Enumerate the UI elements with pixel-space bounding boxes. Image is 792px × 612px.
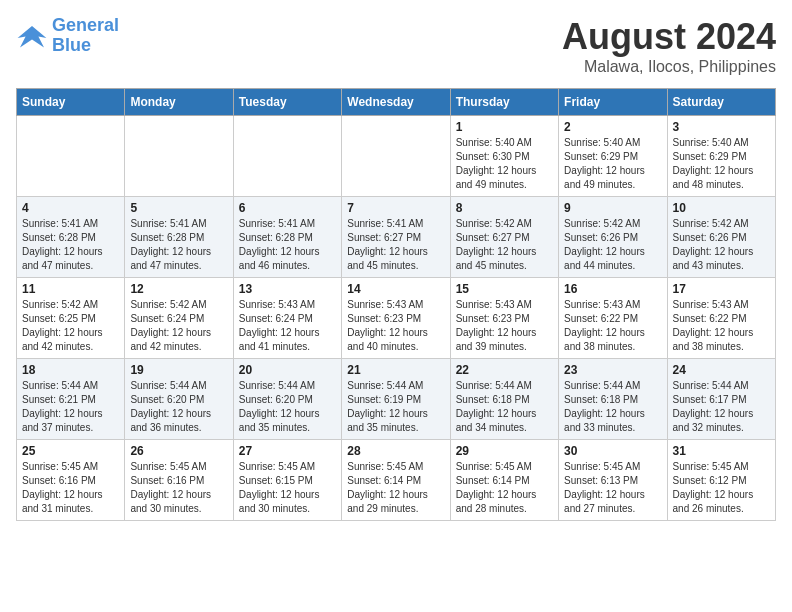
day-number: 26	[130, 444, 227, 458]
calendar-week-row: 1Sunrise: 5:40 AM Sunset: 6:30 PM Daylig…	[17, 116, 776, 197]
day-number: 5	[130, 201, 227, 215]
subtitle: Malawa, Ilocos, Philippines	[562, 58, 776, 76]
calendar-cell: 15Sunrise: 5:43 AM Sunset: 6:23 PM Dayli…	[450, 278, 558, 359]
day-info: Sunrise: 5:42 AM Sunset: 6:26 PM Dayligh…	[564, 217, 661, 273]
day-info: Sunrise: 5:45 AM Sunset: 6:15 PM Dayligh…	[239, 460, 336, 516]
calendar-header-row: SundayMondayTuesdayWednesdayThursdayFrid…	[17, 89, 776, 116]
weekday-header-monday: Monday	[125, 89, 233, 116]
day-info: Sunrise: 5:43 AM Sunset: 6:22 PM Dayligh…	[673, 298, 770, 354]
calendar-cell: 24Sunrise: 5:44 AM Sunset: 6:17 PM Dayli…	[667, 359, 775, 440]
calendar-cell	[17, 116, 125, 197]
day-info: Sunrise: 5:44 AM Sunset: 6:21 PM Dayligh…	[22, 379, 119, 435]
day-number: 25	[22, 444, 119, 458]
weekday-header-friday: Friday	[559, 89, 667, 116]
calendar-cell: 16Sunrise: 5:43 AM Sunset: 6:22 PM Dayli…	[559, 278, 667, 359]
day-info: Sunrise: 5:44 AM Sunset: 6:19 PM Dayligh…	[347, 379, 444, 435]
logo-icon	[16, 22, 48, 50]
day-number: 2	[564, 120, 661, 134]
calendar-week-row: 11Sunrise: 5:42 AM Sunset: 6:25 PM Dayli…	[17, 278, 776, 359]
day-info: Sunrise: 5:42 AM Sunset: 6:25 PM Dayligh…	[22, 298, 119, 354]
calendar-cell: 2Sunrise: 5:40 AM Sunset: 6:29 PM Daylig…	[559, 116, 667, 197]
logo: General Blue	[16, 16, 119, 56]
calendar-cell: 29Sunrise: 5:45 AM Sunset: 6:14 PM Dayli…	[450, 440, 558, 521]
calendar-cell: 23Sunrise: 5:44 AM Sunset: 6:18 PM Dayli…	[559, 359, 667, 440]
day-info: Sunrise: 5:42 AM Sunset: 6:24 PM Dayligh…	[130, 298, 227, 354]
day-info: Sunrise: 5:45 AM Sunset: 6:16 PM Dayligh…	[22, 460, 119, 516]
day-info: Sunrise: 5:45 AM Sunset: 6:14 PM Dayligh…	[347, 460, 444, 516]
calendar-cell: 22Sunrise: 5:44 AM Sunset: 6:18 PM Dayli…	[450, 359, 558, 440]
calendar-cell: 20Sunrise: 5:44 AM Sunset: 6:20 PM Dayli…	[233, 359, 341, 440]
day-info: Sunrise: 5:42 AM Sunset: 6:26 PM Dayligh…	[673, 217, 770, 273]
day-info: Sunrise: 5:44 AM Sunset: 6:20 PM Dayligh…	[130, 379, 227, 435]
calendar-cell: 25Sunrise: 5:45 AM Sunset: 6:16 PM Dayli…	[17, 440, 125, 521]
day-number: 16	[564, 282, 661, 296]
day-number: 13	[239, 282, 336, 296]
day-number: 10	[673, 201, 770, 215]
day-info: Sunrise: 5:44 AM Sunset: 6:20 PM Dayligh…	[239, 379, 336, 435]
day-number: 23	[564, 363, 661, 377]
calendar-cell: 31Sunrise: 5:45 AM Sunset: 6:12 PM Dayli…	[667, 440, 775, 521]
day-info: Sunrise: 5:40 AM Sunset: 6:29 PM Dayligh…	[564, 136, 661, 192]
calendar-table: SundayMondayTuesdayWednesdayThursdayFrid…	[16, 88, 776, 521]
calendar-cell: 8Sunrise: 5:42 AM Sunset: 6:27 PM Daylig…	[450, 197, 558, 278]
day-info: Sunrise: 5:43 AM Sunset: 6:22 PM Dayligh…	[564, 298, 661, 354]
day-number: 18	[22, 363, 119, 377]
calendar-cell: 30Sunrise: 5:45 AM Sunset: 6:13 PM Dayli…	[559, 440, 667, 521]
day-info: Sunrise: 5:44 AM Sunset: 6:17 PM Dayligh…	[673, 379, 770, 435]
day-number: 29	[456, 444, 553, 458]
calendar-cell: 26Sunrise: 5:45 AM Sunset: 6:16 PM Dayli…	[125, 440, 233, 521]
weekday-header-thursday: Thursday	[450, 89, 558, 116]
day-info: Sunrise: 5:43 AM Sunset: 6:23 PM Dayligh…	[347, 298, 444, 354]
calendar-cell: 13Sunrise: 5:43 AM Sunset: 6:24 PM Dayli…	[233, 278, 341, 359]
calendar-cell: 10Sunrise: 5:42 AM Sunset: 6:26 PM Dayli…	[667, 197, 775, 278]
day-info: Sunrise: 5:41 AM Sunset: 6:28 PM Dayligh…	[239, 217, 336, 273]
day-number: 3	[673, 120, 770, 134]
calendar-cell: 27Sunrise: 5:45 AM Sunset: 6:15 PM Dayli…	[233, 440, 341, 521]
day-info: Sunrise: 5:41 AM Sunset: 6:28 PM Dayligh…	[22, 217, 119, 273]
page-header: General Blue August 2024 Malawa, Ilocos,…	[16, 16, 776, 76]
day-number: 1	[456, 120, 553, 134]
day-info: Sunrise: 5:43 AM Sunset: 6:23 PM Dayligh…	[456, 298, 553, 354]
day-number: 22	[456, 363, 553, 377]
day-info: Sunrise: 5:45 AM Sunset: 6:12 PM Dayligh…	[673, 460, 770, 516]
day-info: Sunrise: 5:42 AM Sunset: 6:27 PM Dayligh…	[456, 217, 553, 273]
day-number: 6	[239, 201, 336, 215]
calendar-week-row: 18Sunrise: 5:44 AM Sunset: 6:21 PM Dayli…	[17, 359, 776, 440]
calendar-cell: 11Sunrise: 5:42 AM Sunset: 6:25 PM Dayli…	[17, 278, 125, 359]
weekday-header-wednesday: Wednesday	[342, 89, 450, 116]
calendar-cell	[342, 116, 450, 197]
calendar-cell: 5Sunrise: 5:41 AM Sunset: 6:28 PM Daylig…	[125, 197, 233, 278]
day-number: 8	[456, 201, 553, 215]
calendar-cell: 4Sunrise: 5:41 AM Sunset: 6:28 PM Daylig…	[17, 197, 125, 278]
calendar-cell: 12Sunrise: 5:42 AM Sunset: 6:24 PM Dayli…	[125, 278, 233, 359]
day-number: 14	[347, 282, 444, 296]
weekday-header-sunday: Sunday	[17, 89, 125, 116]
day-info: Sunrise: 5:40 AM Sunset: 6:29 PM Dayligh…	[673, 136, 770, 192]
calendar-cell: 7Sunrise: 5:41 AM Sunset: 6:27 PM Daylig…	[342, 197, 450, 278]
day-info: Sunrise: 5:44 AM Sunset: 6:18 PM Dayligh…	[456, 379, 553, 435]
calendar-cell: 18Sunrise: 5:44 AM Sunset: 6:21 PM Dayli…	[17, 359, 125, 440]
calendar-week-row: 25Sunrise: 5:45 AM Sunset: 6:16 PM Dayli…	[17, 440, 776, 521]
day-info: Sunrise: 5:45 AM Sunset: 6:16 PM Dayligh…	[130, 460, 227, 516]
day-number: 30	[564, 444, 661, 458]
calendar-cell: 3Sunrise: 5:40 AM Sunset: 6:29 PM Daylig…	[667, 116, 775, 197]
calendar-cell	[233, 116, 341, 197]
calendar-cell: 6Sunrise: 5:41 AM Sunset: 6:28 PM Daylig…	[233, 197, 341, 278]
calendar-cell: 17Sunrise: 5:43 AM Sunset: 6:22 PM Dayli…	[667, 278, 775, 359]
calendar-cell: 9Sunrise: 5:42 AM Sunset: 6:26 PM Daylig…	[559, 197, 667, 278]
calendar-week-row: 4Sunrise: 5:41 AM Sunset: 6:28 PM Daylig…	[17, 197, 776, 278]
day-number: 19	[130, 363, 227, 377]
day-number: 7	[347, 201, 444, 215]
day-info: Sunrise: 5:40 AM Sunset: 6:30 PM Dayligh…	[456, 136, 553, 192]
day-number: 27	[239, 444, 336, 458]
day-number: 11	[22, 282, 119, 296]
day-info: Sunrise: 5:44 AM Sunset: 6:18 PM Dayligh…	[564, 379, 661, 435]
day-number: 12	[130, 282, 227, 296]
title-block: August 2024 Malawa, Ilocos, Philippines	[562, 16, 776, 76]
logo-text: General Blue	[52, 16, 119, 56]
calendar-cell	[125, 116, 233, 197]
calendar-cell: 14Sunrise: 5:43 AM Sunset: 6:23 PM Dayli…	[342, 278, 450, 359]
calendar-cell: 1Sunrise: 5:40 AM Sunset: 6:30 PM Daylig…	[450, 116, 558, 197]
day-number: 20	[239, 363, 336, 377]
day-info: Sunrise: 5:41 AM Sunset: 6:27 PM Dayligh…	[347, 217, 444, 273]
